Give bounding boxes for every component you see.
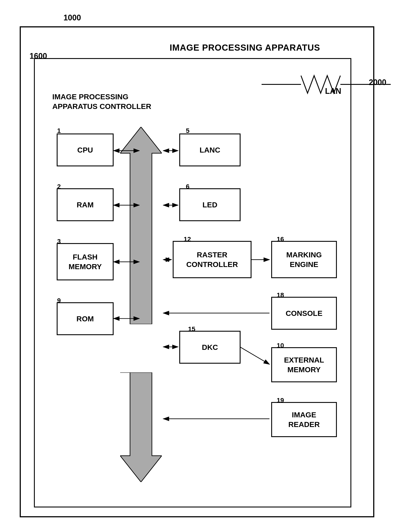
connections-svg xyxy=(35,59,350,508)
controller-box: IMAGE PROCESSINGAPPARATUS CONTROLLER 1 C… xyxy=(34,58,351,507)
label-1000: 1000 xyxy=(63,13,81,22)
outer-box-title: IMAGE PROCESSING APPARATUS xyxy=(170,43,320,53)
outer-box: IMAGE PROCESSING APPARATUS LAN 2000 1600… xyxy=(20,26,374,517)
diagram-container: 1000 IMAGE PROCESSING APPARATUS LAN 2000… xyxy=(13,13,381,526)
svg-line-17 xyxy=(240,347,270,364)
label-2000: 2000 xyxy=(369,78,386,87)
